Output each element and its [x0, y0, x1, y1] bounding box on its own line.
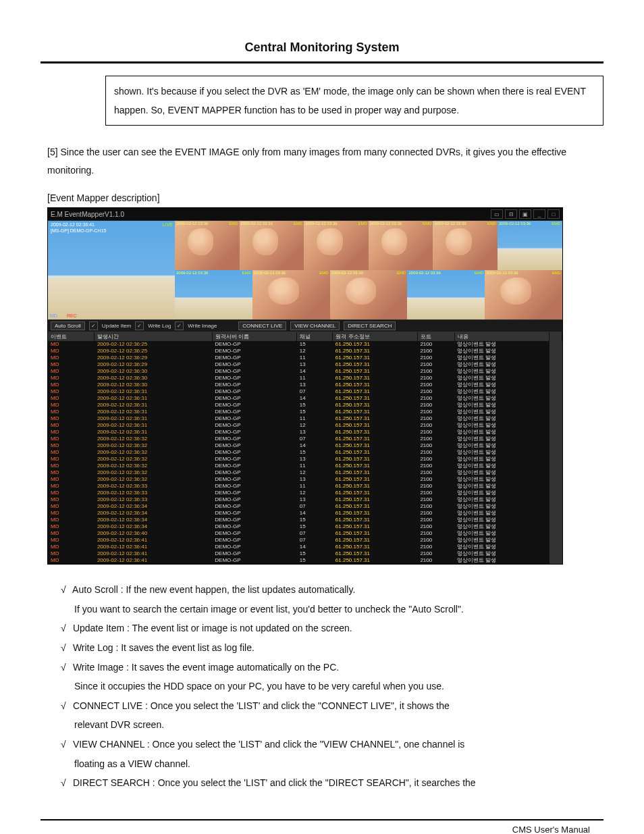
table-row[interactable]: MD2009-02-12 02:36:25DEMO-GP1561.250.157…	[48, 341, 562, 348]
table-row[interactable]: MD2009-02-12 02:36:30DEMO-GP1161.250.157…	[48, 375, 562, 382]
table-row[interactable]: MD2009-02-12 02:36:33DEMO-GP1361.250.157…	[48, 496, 562, 503]
event-toolbar: Auto Scroll ✓ Update Item ✓ Write Log ✓ …	[48, 319, 562, 332]
connect-live-button[interactable]: CONNECT LIVE	[238, 321, 286, 330]
table-row[interactable]: MD2009-02-12 02:36:32DEMO-GP1261.250.157…	[48, 469, 562, 476]
table-row[interactable]: MD2009-02-12 02:36:30DEMO-GP1461.250.157…	[48, 368, 562, 375]
footer-rule	[41, 819, 603, 820]
scrollbar[interactable]	[549, 332, 562, 341]
table-header[interactable]: 채널	[297, 332, 333, 341]
table-row[interactable]: MD2009-02-12 02:36:32DEMO-GP1561.250.157…	[48, 449, 562, 456]
table-row[interactable]: MD2009-02-12 02:36:32DEMO-GP1461.250.157…	[48, 442, 562, 449]
table-row[interactable]: MD2009-02-12 02:36:31DEMO-GP1561.250.157…	[48, 409, 562, 415]
video-thumb[interactable]: EMD	[175, 270, 252, 319]
window-title: E.M EventMapperV1.1.0	[51, 211, 124, 218]
page-title: Central Monitoring System	[41, 41, 603, 55]
direct-search-button[interactable]: DIRECT SEARCH	[344, 321, 396, 330]
write-log-check[interactable]: ✓	[135, 321, 144, 330]
table-row[interactable]: MD2009-02-12 02:36:33DEMO-GP1261.250.157…	[48, 490, 562, 496]
list-item: √ VIEW CHANNEL : Once you select the 'LI…	[61, 735, 603, 754]
write-image-label: Write Image	[188, 323, 217, 329]
table-header[interactable]: 원격 주소정보	[333, 332, 418, 341]
video-thumb[interactable]: EMD	[330, 270, 408, 319]
write-image-check[interactable]: ✓	[175, 321, 184, 330]
video-thumb[interactable]: EMD	[240, 221, 304, 270]
list-item: √ Write Image : It saves the event image…	[61, 658, 603, 677]
table-header[interactable]: 원격서버 이름	[212, 332, 297, 341]
video-thumb[interactable]: EMD	[433, 221, 498, 270]
table-row[interactable]: MD2009-02-12 02:36:41DEMO-GP1461.250.157…	[48, 544, 562, 550]
table-header[interactable]: 이벤트	[48, 332, 95, 341]
video-thumb[interactable]: EMD	[407, 270, 485, 319]
video-main[interactable]: 2009-02-12 02:36:41[MS-GP] DEMO-GP-CH15 …	[48, 221, 175, 319]
video-thumb[interactable]: EMD	[498, 221, 562, 270]
table-row[interactable]: MD2009-02-12 02:36:31DEMO-GP1461.250.157…	[48, 395, 562, 402]
list-item: √ CONNECT LIVE : Once you select the 'LI…	[61, 697, 603, 715]
table-header[interactable]: 내용	[454, 332, 549, 341]
table-row[interactable]: MD2009-02-12 02:36:31DEMO-GP1361.250.157…	[48, 429, 562, 436]
list-item: √ Write Log : It saves the event list as…	[61, 639, 603, 657]
table-row[interactable]: MD2009-02-12 02:36:34DEMO-GP1561.250.157…	[48, 523, 562, 530]
table-row[interactable]: MD2009-02-12 02:36:29DEMO-GP1361.250.157…	[48, 361, 562, 368]
table-row[interactable]: MD2009-02-12 02:36:34DEMO-GP1561.250.157…	[48, 517, 562, 523]
table-row[interactable]: MD2009-02-12 02:36:32DEMO-GP1161.250.157…	[48, 463, 562, 469]
update-item-label: Update Item	[102, 323, 132, 329]
table-row[interactable]: MD2009-02-12 02:36:32DEMO-GP1361.250.157…	[48, 476, 562, 483]
list-item: relevant DVR screen.	[61, 716, 603, 734]
maximize-icon[interactable]: □	[547, 209, 560, 219]
table-row[interactable]: MD2009-02-12 02:36:30DEMO-GP1361.250.157…	[48, 382, 562, 388]
auto-scroll-button[interactable]: Auto Scroll	[51, 321, 85, 330]
feature-list: √ Auto Scroll : If the new event happen,…	[41, 581, 603, 792]
list-item: Since it occupies the HDD space on your …	[61, 677, 603, 696]
table-header[interactable]: 포트	[417, 332, 454, 341]
table-row[interactable]: MD2009-02-12 02:36:31DEMO-GP0761.250.157…	[48, 388, 562, 395]
table-row[interactable]: MD2009-02-12 02:36:34DEMO-GP0761.250.157…	[48, 503, 562, 510]
list-item: √ DIRECT SEARCH : Once you select the 'L…	[61, 774, 603, 792]
list-item: floating as a VIEW channel.	[61, 755, 603, 773]
window-titlebar: E.M EventMapperV1.1.0 ▭ ⊟ ▣ _ □	[48, 208, 562, 221]
update-item-check[interactable]: ✓	[89, 321, 98, 330]
split-icon[interactable]: ⊟	[505, 209, 517, 219]
table-row[interactable]: MD2009-02-12 02:36:33DEMO-GP1161.250.157…	[48, 483, 562, 490]
table-row[interactable]: MD2009-02-12 02:36:34DEMO-GP1461.250.157…	[48, 510, 562, 517]
table-row[interactable]: MD2009-02-12 02:36:31DEMO-GP1261.250.157…	[48, 422, 562, 429]
table-row[interactable]: MD2009-02-12 02:36:32DEMO-GP0761.250.157…	[48, 436, 562, 442]
list-item: √ Update Item : The event list or image …	[61, 619, 603, 637]
video-thumb[interactable]: EMD	[304, 221, 369, 270]
footer-manual: CMS User's Manual	[41, 825, 603, 834]
camera-icon[interactable]: ▣	[519, 209, 531, 219]
list-item: √ Auto Scroll : If the new event happen,…	[61, 581, 603, 599]
paragraph-5: [5] Since the user can see the EVENT IMA…	[41, 143, 603, 179]
event-mapper-screenshot: E.M EventMapperV1.1.0 ▭ ⊟ ▣ _ □ 2009-02-…	[47, 207, 563, 565]
view-channel-button[interactable]: VIEW CHANNEL	[290, 321, 340, 330]
event-mapper-label: [Event Mapper description]	[47, 192, 603, 203]
list-item: If you want to search the certain image …	[61, 600, 603, 619]
video-thumb[interactable]: EMD	[175, 221, 240, 270]
video-thumb[interactable]: EMD	[252, 270, 330, 319]
write-log-label: Write Log	[148, 323, 171, 329]
table-row[interactable]: MD2009-02-12 02:36:25DEMO-GP1261.250.157…	[48, 348, 562, 355]
table-header[interactable]: 발생시간	[95, 332, 212, 341]
event-table: 이벤트발생시간원격서버 이름채널원격 주소정보포트내용 MD2009-02-12…	[48, 332, 562, 564]
video-thumb[interactable]: EMD	[369, 221, 433, 270]
table-row[interactable]: MD2009-02-12 02:36:40DEMO-GP0761.250.157…	[48, 530, 562, 537]
table-row[interactable]: MD2009-02-12 02:36:31DEMO-GP1161.250.157…	[48, 415, 562, 422]
table-row[interactable]: MD2009-02-12 02:36:41DEMO-GP1561.250.157…	[48, 550, 562, 557]
table-row[interactable]: MD2009-02-12 02:36:29DEMO-GP1161.250.157…	[48, 355, 562, 361]
table-row[interactable]: MD2009-02-12 02:36:41DEMO-GP1561.250.157…	[48, 557, 562, 564]
layout-icon[interactable]: ▭	[491, 209, 503, 219]
note-box: shown. It's because if you select the DV…	[105, 76, 603, 126]
table-row[interactable]: MD2009-02-12 02:36:32DEMO-GP1361.250.157…	[48, 456, 562, 463]
minimize-icon[interactable]: _	[533, 209, 545, 219]
table-row[interactable]: MD2009-02-12 02:36:31DEMO-GP1561.250.157…	[48, 402, 562, 409]
header-rule	[41, 61, 603, 63]
table-row[interactable]: MD2009-02-12 02:36:41DEMO-GP0761.250.157…	[48, 537, 562, 544]
video-thumb[interactable]: EMD	[485, 270, 562, 319]
